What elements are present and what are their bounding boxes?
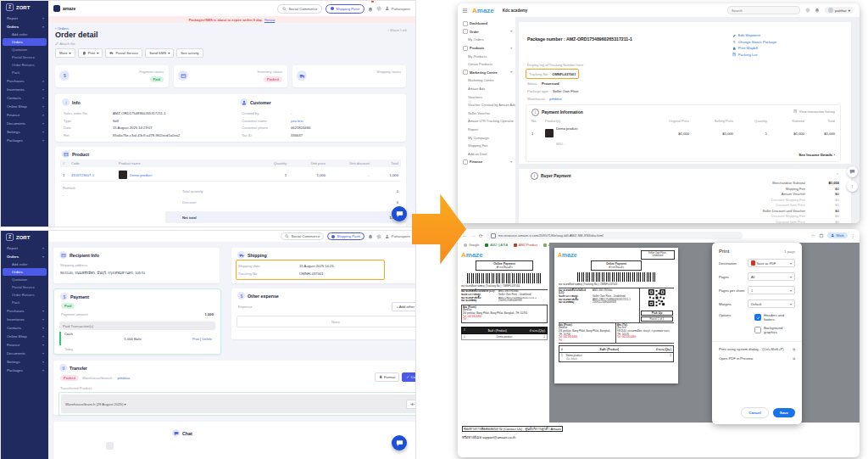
sidebar-item-seller-voucher[interactable]: Seller Voucher [458,109,515,118]
url-bar[interactable]: me-resource.amaze-s.com/209571/file/way-… [487,232,743,239]
settings-gear-icon[interactable] [805,8,810,13]
transfer-row[interactable]: Warehouse/branch (29 August 2025) ▾ View [61,395,416,413]
complete-it-button[interactable]: ✓ Complete it [402,372,416,382]
more-button[interactable]: More ▾ [55,48,75,58]
sidebar-item-packages[interactable]: Packages▾ [1,136,48,144]
sidebar-item-documents[interactable]: Documents▾ [1,349,48,357]
product-name-link[interactable]: Demo product [130,173,152,177]
add-other-expense-button[interactable]: + Add other expense [392,302,416,311]
collapse-chevron-icon[interactable]: ⌃ [836,172,839,177]
headers-footers-checkbox[interactable] [754,314,761,321]
sidebar-item-report[interactable]: Report▾ [1,14,48,22]
sidebar-item-pack[interactable]: Pack [1,299,48,306]
settings-gear-icon[interactable] [376,234,381,239]
sidebar-item-order-returns[interactable]: Order Returns [1,61,48,69]
sidebar-item-settings[interactable]: Settings▾ [1,127,48,136]
sidebar-item-pack[interactable]: Pack [1,69,48,76]
sidebar-item-marketing-centre-sub[interactable]: Marketing Centre [458,76,515,85]
notification-bell-icon[interactable] [368,1,373,16]
sidebar-item-create-products[interactable]: Create Products [458,60,515,69]
customer-name-link[interactable]: juta test [291,118,303,126]
sidebar-item-packages[interactable]: Packages▾ [1,366,48,374]
renew-link[interactable]: Renew [264,18,275,22]
sidebar-item-inventories[interactable]: Inventories▾ [1,85,48,93]
pages-select[interactable]: All▾ [748,272,795,281]
attach-file-link[interactable]: 🖉 Attach file [55,42,75,46]
chat-bubble-button[interactable] [392,206,407,221]
edit-shipment-link[interactable]: Edit Shipment [732,32,776,39]
sidebar-item-order[interactable]: Order▾ [458,28,515,36]
sidebar-item-documents[interactable]: Documents▾ [1,119,48,127]
user-menu[interactable]: Pattaraporn [385,234,410,239]
shipping-point-button[interactable]: Shipping Point [327,232,364,240]
open-pdf-preview-link[interactable]: Open PDF in Preview⧉ [712,356,802,361]
notification-bell-icon[interactable] [815,8,820,13]
sidebar-item-addon-deal[interactable]: Add-on Deal [458,150,515,159]
change-status-package-link[interactable]: Change Status Package [732,39,776,46]
academy-tab[interactable]: Kdc academy [503,8,528,13]
sidebar-item-orders-active[interactable]: Orders [3,268,47,276]
tx-print-link[interactable]: Print [192,337,199,341]
see-income-details-link[interactable]: See Income Details › [798,153,835,157]
sidebar-item-vouchers[interactable]: Vouchers [458,92,515,101]
sidebar-item-purchases[interactable]: Purchases▾ [1,306,48,315]
sidebar-item-my-campaign[interactable]: My Campaign [458,133,515,142]
search-input[interactable] [727,6,800,14]
scroll-top-fab-button[interactable]: ↑ [847,181,858,192]
sidebar-item-add-order[interactable]: Add order [1,260,48,268]
sidebar-item-settings[interactable]: Settings▾ [1,357,48,366]
social-commerce-button[interactable]: Social Commerce [281,232,324,240]
packing-list-link[interactable]: Packing List [732,52,776,59]
format-button[interactable]: Format [375,372,400,382]
save-button[interactable]: Save [773,408,795,417]
sidebar-item-shipping-fee[interactable]: Shipping Fee [458,142,515,150]
sidebar-item-contacts[interactable]: Contacts▾ [1,93,48,102]
sidebar-item-voucher-created[interactable]: Voucher Created by Amaze Ads [458,101,515,109]
sidebar-item-my-orders[interactable]: My Orders [458,36,515,44]
view-transaction-history-link[interactable]: View transaction history [793,109,835,114]
sidebar-item-dashboard[interactable]: Dashboard [458,20,515,28]
sidebar-item-inventories[interactable]: Inventories▾ [1,315,48,323]
see-activity-button[interactable]: See activity [176,48,203,58]
tx-delete-link[interactable]: Delete [202,337,212,341]
bookmark-star-icon[interactable]: ☆ [811,233,815,238]
sidebar-item-quotation[interactable]: Quotation [1,276,48,283]
support-fab-button[interactable] [847,166,858,177]
sidebar-item-purchases[interactable]: Purchases▾ [1,76,48,85]
chat-bubble-button[interactable] [392,435,407,451]
shipping-point-button[interactable]: Shipping Point [326,4,364,14]
sidebar-item-postal-service[interactable]: Postal Service [1,53,48,61]
print-waybill-link[interactable]: Print Waybill [732,45,776,52]
sidebar-item-products[interactable]: Products▾ [458,44,515,53]
sidebar-item-add-order[interactable]: Add order [1,31,48,38]
send-sms-button[interactable]: Send SMS ▾ [145,48,174,58]
social-commerce-button[interactable]: Social Commerce [277,4,322,14]
postal-service-button[interactable]: Postal Service [105,48,142,58]
settings-gear-icon[interactable] [376,6,381,11]
kebab-menu-icon[interactable]: ⋮ [851,233,856,238]
sidebar-item-finance[interactable]: Finance▾ [458,158,515,166]
sidebar-item-orders[interactable]: Orders▾ [1,22,48,31]
bookmark-google[interactable]: Google [464,243,479,247]
sidebar-item-report[interactable]: Report▾ [1,243,48,252]
cancel-button[interactable]: Cancel [741,407,768,418]
view-transfer-button[interactable]: View [406,400,416,409]
background-graphics-checkbox[interactable] [754,327,761,333]
bookmark-amz-product[interactable]: AMZ Product [514,243,537,247]
sidebar-item-orders[interactable]: Orders▾ [1,252,48,260]
user-menu[interactable]: patthar ▾ [825,7,854,14]
extensions-puzzle-icon[interactable] [819,233,824,238]
sidebar-item-quotation[interactable]: Quotation [1,46,48,53]
pages-per-sheet-select[interactable]: 1▾ [748,286,795,294]
sidebar-item-online-shop[interactable]: Online Shop▾ [1,332,48,340]
print-button[interactable]: Print ▾ [78,48,103,58]
system-dialog-link[interactable]: Print using system dialog... (Ctrl+Shift… [712,347,802,351]
sidebar-item-finance[interactable]: Finance▾ [1,110,48,119]
sidebar-item-marketing-centre[interactable]: Marketing Centre▾ [458,69,515,77]
user-menu[interactable]: Pattaraporn [385,6,410,11]
margins-select[interactable]: Default▾ [748,299,795,308]
profile-chip[interactable]: Work [827,232,848,238]
destination-select[interactable]: Save as PDF▾ [748,259,795,267]
sidebar-item-orders-active[interactable]: Orders [3,38,47,46]
bookmark-amz-qa[interactable]: AMZ QA/SA [485,243,508,247]
